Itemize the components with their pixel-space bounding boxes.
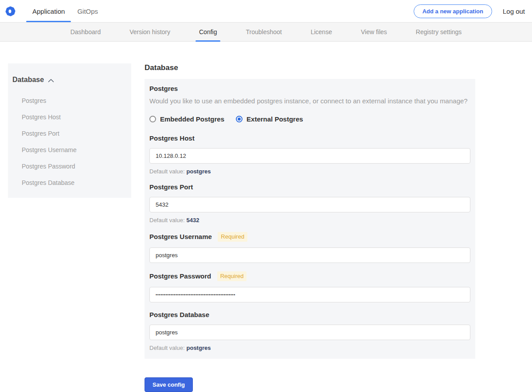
- subnav-tab-registry-settings[interactable]: Registry settings: [415, 23, 462, 41]
- default-value-line: Default value:postgres: [149, 345, 470, 351]
- radio-embedded-postgres[interactable]: Embedded Postgres: [149, 115, 224, 123]
- field-label: Postgres: [149, 85, 470, 92]
- sidebar-item-postgres-password[interactable]: Postgres Password: [22, 163, 127, 170]
- save-config-button[interactable]: Save config: [145, 377, 193, 392]
- field-postgres-username: Postgres Username Required: [149, 232, 470, 263]
- add-application-button[interactable]: Add a new application: [414, 4, 492, 18]
- radio-checked-icon: [236, 116, 243, 122]
- postgres-host-input[interactable]: [149, 148, 470, 164]
- field-label: Postgres Username: [149, 233, 212, 240]
- sidebar-item-list: Postgres Postgres Host Postgres Port Pos…: [12, 97, 127, 186]
- field-postgres-password: Postgres Password Required: [149, 271, 470, 302]
- tab-application[interactable]: Application: [26, 0, 71, 22]
- required-badge: Required: [217, 271, 247, 281]
- field-postgres-host: Postgres Host Default value:postgres: [149, 134, 470, 175]
- radio-label: External Postgres: [246, 115, 303, 123]
- chevron-up-icon: [48, 78, 54, 82]
- subnav-tab-license[interactable]: License: [310, 23, 333, 41]
- field-postgres-port: Postgres Port Default value:5432: [149, 183, 470, 223]
- radio-unchecked-icon: [149, 116, 156, 122]
- top-nav: Application GitOps: [26, 0, 104, 22]
- app-subnav: Dashboard Version history Config Trouble…: [0, 22, 532, 42]
- field-label: Postgres Database: [149, 311, 209, 318]
- postgres-database-input[interactable]: [149, 325, 470, 340]
- field-help-text: Would you like to use an embedded postgr…: [149, 97, 470, 105]
- field-label: Postgres Host: [149, 134, 195, 142]
- logout-link[interactable]: Log out: [503, 8, 525, 15]
- subnav-tab-config[interactable]: Config: [198, 23, 218, 41]
- subnav-tab-version-history[interactable]: Version history: [129, 23, 171, 41]
- config-page: Database Postgres Postgres Host Postgres…: [0, 42, 532, 392]
- subnav-tab-dashboard[interactable]: Dashboard: [70, 23, 102, 41]
- radio-external-postgres[interactable]: External Postgres: [236, 115, 303, 123]
- sidebar-item-postgres-username[interactable]: Postgres Username: [22, 146, 127, 153]
- field-label: Postgres Password: [149, 272, 211, 280]
- field-postgres-database: Postgres Database Default value:postgres: [149, 311, 470, 351]
- field-postgres-type: Postgres Would you like to use an embedd…: [149, 85, 470, 123]
- page-title: Database: [145, 63, 475, 72]
- sidebar-group-label: Database: [12, 76, 44, 84]
- config-main: Database Postgres Would you like to use …: [145, 63, 475, 392]
- subnav-tab-view-files[interactable]: View files: [360, 23, 388, 41]
- database-config-panel: Postgres Would you like to use an embedd…: [145, 79, 475, 359]
- tab-gitops[interactable]: GitOps: [71, 0, 104, 22]
- app-header: Application GitOps Add a new application…: [0, 0, 532, 22]
- default-value-line: Default value:5432: [149, 217, 470, 223]
- tab-application-label: Application: [32, 8, 65, 15]
- tab-gitops-label: GitOps: [77, 8, 98, 15]
- config-sidebar: Database Postgres Postgres Host Postgres…: [8, 63, 131, 198]
- sidebar-item-postgres-port[interactable]: Postgres Port: [22, 130, 127, 137]
- app-logo-icon[interactable]: [5, 6, 16, 16]
- default-value-line: Default value:postgres: [149, 168, 470, 175]
- required-badge: Required: [218, 232, 247, 242]
- postgres-port-input[interactable]: [149, 197, 470, 212]
- radio-label: Embedded Postgres: [160, 115, 224, 123]
- sidebar-item-postgres[interactable]: Postgres: [22, 97, 127, 104]
- header-actions: Add a new application Log out: [414, 0, 525, 22]
- field-label: Postgres Port: [149, 183, 193, 191]
- subnav-tab-troubleshoot[interactable]: Troubleshoot: [245, 23, 282, 41]
- sidebar-item-postgres-host[interactable]: Postgres Host: [22, 114, 127, 121]
- postgres-password-input[interactable]: [149, 287, 470, 302]
- postgres-username-input[interactable]: [149, 247, 470, 263]
- postgres-type-radio-group: Embedded Postgres External Postgres: [149, 115, 470, 123]
- sidebar-group-database[interactable]: Database: [12, 72, 127, 88]
- sidebar-item-postgres-database[interactable]: Postgres Database: [22, 179, 127, 186]
